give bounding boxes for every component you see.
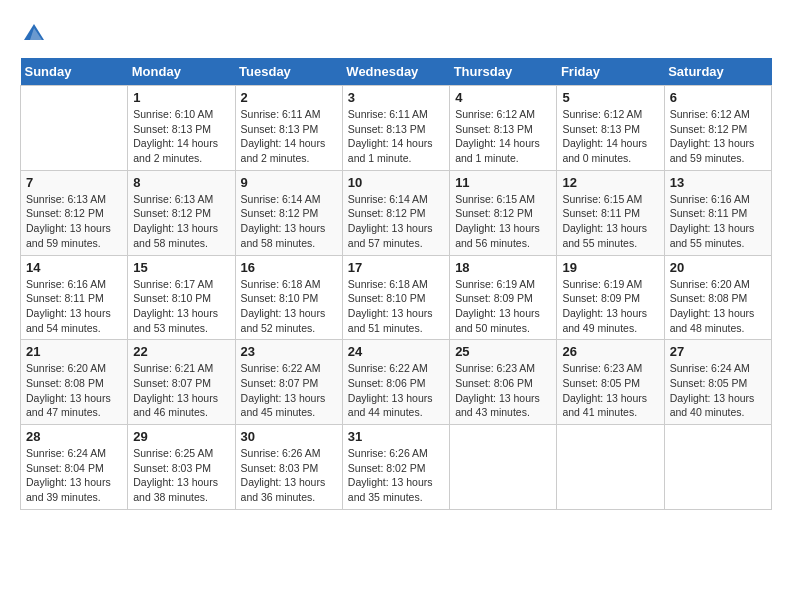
day-info: Sunrise: 6:14 AM Sunset: 8:12 PM Dayligh… — [348, 192, 444, 251]
calendar-cell: 23Sunrise: 6:22 AM Sunset: 8:07 PM Dayli… — [235, 340, 342, 425]
calendar-cell: 29Sunrise: 6:25 AM Sunset: 8:03 PM Dayli… — [128, 425, 235, 510]
day-number: 5 — [562, 90, 658, 105]
day-info: Sunrise: 6:11 AM Sunset: 8:13 PM Dayligh… — [241, 107, 337, 166]
calendar-week-2: 14Sunrise: 6:16 AM Sunset: 8:11 PM Dayli… — [21, 255, 772, 340]
day-number: 25 — [455, 344, 551, 359]
day-number: 20 — [670, 260, 766, 275]
day-number: 21 — [26, 344, 122, 359]
calendar-cell: 1Sunrise: 6:10 AM Sunset: 8:13 PM Daylig… — [128, 86, 235, 171]
logo-icon — [20, 20, 48, 48]
day-info: Sunrise: 6:15 AM Sunset: 8:11 PM Dayligh… — [562, 192, 658, 251]
calendar-cell: 5Sunrise: 6:12 AM Sunset: 8:13 PM Daylig… — [557, 86, 664, 171]
calendar-header-wednesday: Wednesday — [342, 58, 449, 86]
calendar-cell: 31Sunrise: 6:26 AM Sunset: 8:02 PM Dayli… — [342, 425, 449, 510]
day-number: 18 — [455, 260, 551, 275]
calendar-header-sunday: Sunday — [21, 58, 128, 86]
calendar-cell: 20Sunrise: 6:20 AM Sunset: 8:08 PM Dayli… — [664, 255, 771, 340]
calendar-header-friday: Friday — [557, 58, 664, 86]
day-number: 14 — [26, 260, 122, 275]
day-number: 23 — [241, 344, 337, 359]
day-info: Sunrise: 6:11 AM Sunset: 8:13 PM Dayligh… — [348, 107, 444, 166]
day-number: 13 — [670, 175, 766, 190]
day-info: Sunrise: 6:16 AM Sunset: 8:11 PM Dayligh… — [26, 277, 122, 336]
calendar-cell: 4Sunrise: 6:12 AM Sunset: 8:13 PM Daylig… — [450, 86, 557, 171]
calendar-header-row: SundayMondayTuesdayWednesdayThursdayFrid… — [21, 58, 772, 86]
day-info: Sunrise: 6:12 AM Sunset: 8:12 PM Dayligh… — [670, 107, 766, 166]
day-info: Sunrise: 6:10 AM Sunset: 8:13 PM Dayligh… — [133, 107, 229, 166]
page-header — [20, 20, 772, 48]
calendar-cell: 18Sunrise: 6:19 AM Sunset: 8:09 PM Dayli… — [450, 255, 557, 340]
day-number: 27 — [670, 344, 766, 359]
calendar-cell — [664, 425, 771, 510]
calendar-cell: 22Sunrise: 6:21 AM Sunset: 8:07 PM Dayli… — [128, 340, 235, 425]
day-info: Sunrise: 6:24 AM Sunset: 8:05 PM Dayligh… — [670, 361, 766, 420]
calendar-cell: 10Sunrise: 6:14 AM Sunset: 8:12 PM Dayli… — [342, 170, 449, 255]
calendar-cell: 26Sunrise: 6:23 AM Sunset: 8:05 PM Dayli… — [557, 340, 664, 425]
day-info: Sunrise: 6:21 AM Sunset: 8:07 PM Dayligh… — [133, 361, 229, 420]
calendar-cell: 12Sunrise: 6:15 AM Sunset: 8:11 PM Dayli… — [557, 170, 664, 255]
day-number: 22 — [133, 344, 229, 359]
day-number: 9 — [241, 175, 337, 190]
calendar-cell — [21, 86, 128, 171]
day-info: Sunrise: 6:19 AM Sunset: 8:09 PM Dayligh… — [562, 277, 658, 336]
day-number: 11 — [455, 175, 551, 190]
calendar-cell: 21Sunrise: 6:20 AM Sunset: 8:08 PM Dayli… — [21, 340, 128, 425]
calendar-cell: 28Sunrise: 6:24 AM Sunset: 8:04 PM Dayli… — [21, 425, 128, 510]
day-info: Sunrise: 6:15 AM Sunset: 8:12 PM Dayligh… — [455, 192, 551, 251]
calendar-cell: 3Sunrise: 6:11 AM Sunset: 8:13 PM Daylig… — [342, 86, 449, 171]
calendar-cell: 8Sunrise: 6:13 AM Sunset: 8:12 PM Daylig… — [128, 170, 235, 255]
day-info: Sunrise: 6:12 AM Sunset: 8:13 PM Dayligh… — [562, 107, 658, 166]
day-number: 7 — [26, 175, 122, 190]
day-info: Sunrise: 6:25 AM Sunset: 8:03 PM Dayligh… — [133, 446, 229, 505]
calendar-week-0: 1Sunrise: 6:10 AM Sunset: 8:13 PM Daylig… — [21, 86, 772, 171]
calendar-cell: 17Sunrise: 6:18 AM Sunset: 8:10 PM Dayli… — [342, 255, 449, 340]
day-info: Sunrise: 6:22 AM Sunset: 8:07 PM Dayligh… — [241, 361, 337, 420]
calendar-cell: 16Sunrise: 6:18 AM Sunset: 8:10 PM Dayli… — [235, 255, 342, 340]
calendar-cell: 11Sunrise: 6:15 AM Sunset: 8:12 PM Dayli… — [450, 170, 557, 255]
day-number: 4 — [455, 90, 551, 105]
calendar-cell: 14Sunrise: 6:16 AM Sunset: 8:11 PM Dayli… — [21, 255, 128, 340]
day-number: 10 — [348, 175, 444, 190]
day-info: Sunrise: 6:14 AM Sunset: 8:12 PM Dayligh… — [241, 192, 337, 251]
day-number: 19 — [562, 260, 658, 275]
day-info: Sunrise: 6:26 AM Sunset: 8:02 PM Dayligh… — [348, 446, 444, 505]
calendar-cell: 13Sunrise: 6:16 AM Sunset: 8:11 PM Dayli… — [664, 170, 771, 255]
day-number: 16 — [241, 260, 337, 275]
calendar-header-saturday: Saturday — [664, 58, 771, 86]
day-info: Sunrise: 6:23 AM Sunset: 8:05 PM Dayligh… — [562, 361, 658, 420]
calendar-cell: 19Sunrise: 6:19 AM Sunset: 8:09 PM Dayli… — [557, 255, 664, 340]
day-info: Sunrise: 6:19 AM Sunset: 8:09 PM Dayligh… — [455, 277, 551, 336]
day-info: Sunrise: 6:20 AM Sunset: 8:08 PM Dayligh… — [26, 361, 122, 420]
day-info: Sunrise: 6:13 AM Sunset: 8:12 PM Dayligh… — [133, 192, 229, 251]
calendar-cell: 15Sunrise: 6:17 AM Sunset: 8:10 PM Dayli… — [128, 255, 235, 340]
calendar-cell: 9Sunrise: 6:14 AM Sunset: 8:12 PM Daylig… — [235, 170, 342, 255]
day-info: Sunrise: 6:22 AM Sunset: 8:06 PM Dayligh… — [348, 361, 444, 420]
day-number: 3 — [348, 90, 444, 105]
calendar-cell: 6Sunrise: 6:12 AM Sunset: 8:12 PM Daylig… — [664, 86, 771, 171]
calendar-cell: 2Sunrise: 6:11 AM Sunset: 8:13 PM Daylig… — [235, 86, 342, 171]
day-info: Sunrise: 6:18 AM Sunset: 8:10 PM Dayligh… — [348, 277, 444, 336]
day-info: Sunrise: 6:12 AM Sunset: 8:13 PM Dayligh… — [455, 107, 551, 166]
calendar-cell: 30Sunrise: 6:26 AM Sunset: 8:03 PM Dayli… — [235, 425, 342, 510]
calendar-cell — [450, 425, 557, 510]
day-number: 17 — [348, 260, 444, 275]
day-number: 2 — [241, 90, 337, 105]
calendar-week-1: 7Sunrise: 6:13 AM Sunset: 8:12 PM Daylig… — [21, 170, 772, 255]
calendar-cell: 7Sunrise: 6:13 AM Sunset: 8:12 PM Daylig… — [21, 170, 128, 255]
day-info: Sunrise: 6:17 AM Sunset: 8:10 PM Dayligh… — [133, 277, 229, 336]
logo — [20, 20, 52, 48]
calendar-table: SundayMondayTuesdayWednesdayThursdayFrid… — [20, 58, 772, 510]
day-info: Sunrise: 6:20 AM Sunset: 8:08 PM Dayligh… — [670, 277, 766, 336]
day-number: 29 — [133, 429, 229, 444]
day-info: Sunrise: 6:26 AM Sunset: 8:03 PM Dayligh… — [241, 446, 337, 505]
day-info: Sunrise: 6:24 AM Sunset: 8:04 PM Dayligh… — [26, 446, 122, 505]
day-number: 1 — [133, 90, 229, 105]
day-info: Sunrise: 6:18 AM Sunset: 8:10 PM Dayligh… — [241, 277, 337, 336]
calendar-header-tuesday: Tuesday — [235, 58, 342, 86]
day-info: Sunrise: 6:16 AM Sunset: 8:11 PM Dayligh… — [670, 192, 766, 251]
day-number: 28 — [26, 429, 122, 444]
calendar-header-monday: Monday — [128, 58, 235, 86]
calendar-cell: 25Sunrise: 6:23 AM Sunset: 8:06 PM Dayli… — [450, 340, 557, 425]
calendar-cell: 27Sunrise: 6:24 AM Sunset: 8:05 PM Dayli… — [664, 340, 771, 425]
calendar-week-4: 28Sunrise: 6:24 AM Sunset: 8:04 PM Dayli… — [21, 425, 772, 510]
